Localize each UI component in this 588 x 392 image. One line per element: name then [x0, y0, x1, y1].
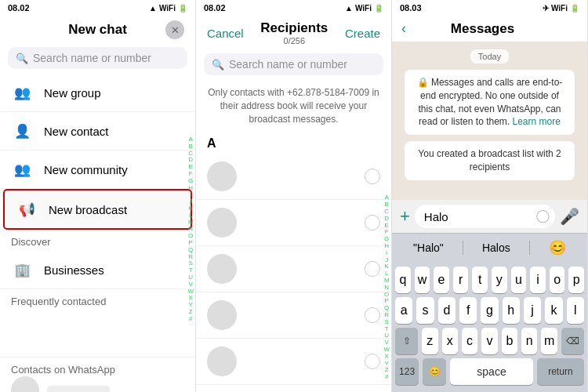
key-e[interactable]: e	[434, 267, 449, 293]
contact-avatar-2	[207, 208, 237, 238]
key-o[interactable]: o	[550, 267, 565, 293]
menu-item-new-broadcast[interactable]: 📢 New broadcast	[3, 189, 192, 230]
key-x[interactable]: x	[442, 328, 458, 354]
contact-checkbox-5[interactable]	[365, 354, 380, 369]
learn-more-link[interactable]: Learn more	[513, 116, 561, 127]
autocomplete-halos[interactable]: Halos	[474, 240, 518, 256]
contact-row-1[interactable]	[196, 154, 391, 200]
status-time-2: 08.02	[204, 3, 226, 13]
broadcast-created-bubble: You created a broadcast list with 2 reci…	[405, 141, 575, 180]
broadcast-icon: 📢	[16, 198, 38, 220]
close-button[interactable]: ✕	[165, 20, 184, 39]
recipients-title: Recipients	[260, 20, 328, 36]
search-icon: 🔍	[16, 53, 28, 64]
key-l[interactable]: l	[567, 297, 584, 324]
key-u[interactable]: u	[511, 267, 527, 293]
recipients-title-block: Recipients 0/256	[260, 20, 328, 45]
status-time-3: 08.03	[400, 3, 422, 13]
key-s[interactable]: s	[416, 297, 434, 324]
section-header-a: A	[196, 132, 391, 154]
contact-checkbox-3[interactable]	[365, 261, 380, 277]
menu-item-new-community[interactable]: 👥 New community	[0, 151, 195, 189]
menu-item-new-group[interactable]: 👥 New group	[0, 74, 195, 112]
input-bar: + Halo ⃝ 🎤	[392, 200, 587, 233]
broadcast-note: Only contacts with +62.878-5184-7009 in …	[207, 86, 380, 125]
key-p[interactable]: p	[568, 267, 584, 293]
space-key[interactable]: space	[450, 358, 532, 385]
key-r[interactable]: r	[453, 267, 469, 293]
menu-label-new-broadcast: New broadcast	[49, 203, 127, 216]
add-attachment-button[interactable]: +	[400, 206, 410, 227]
panel-messages: 08.03 ✈ WiFi 🔋 ‹ Messages Today 🔒 Messag…	[392, 0, 588, 392]
menu-item-businesses[interactable]: 🏢 Businesses	[0, 251, 195, 289]
numbers-key[interactable]: 123	[395, 358, 419, 385]
contacts-label: Contacts on WhatsApp	[0, 358, 195, 379]
key-n[interactable]: n	[521, 328, 537, 354]
contact-checkbox-4[interactable]	[365, 307, 380, 323]
contact-row-3[interactable]	[196, 246, 391, 292]
keyboard-row-2: a s d f g h j k l	[395, 297, 584, 324]
key-b[interactable]: b	[502, 328, 517, 354]
emoji-key[interactable]: 😊	[423, 358, 446, 385]
key-c[interactable]: c	[462, 328, 477, 354]
alpha-sidebar-2: A B C D E F G H I J K L M N O P Q R S T …	[383, 194, 390, 381]
status-icons-1: ▲ WiFi 🔋	[149, 4, 187, 13]
search-bar-2[interactable]: 🔍 Search name or number	[204, 53, 383, 75]
key-j[interactable]: j	[524, 297, 541, 324]
keyboard-row-3: ⇧ z x c v b n m ⌫	[395, 328, 584, 354]
search-placeholder-1: Search name or number	[33, 52, 151, 64]
community-icon: 👥	[11, 158, 33, 180]
contact-avatar-3	[207, 254, 237, 284]
backspace-key[interactable]: ⌫	[561, 328, 584, 354]
key-h[interactable]: h	[503, 297, 520, 324]
contact-avatar-5	[207, 347, 237, 376]
key-q[interactable]: q	[395, 267, 411, 293]
contact-avatar-1	[207, 162, 237, 191]
return-key[interactable]: return	[537, 358, 584, 385]
search-icon-2: 🔍	[212, 59, 224, 71]
contact-row-5[interactable]	[196, 339, 391, 385]
shift-key[interactable]: ⇧	[395, 328, 418, 354]
frequently-contacted-label: Frequently contacted	[0, 289, 195, 310]
keyboard-row-4: 123 😊 space return	[395, 358, 584, 385]
key-d[interactable]: d	[438, 297, 456, 324]
autocomplete-halo-quoted[interactable]: "Halo"	[405, 240, 452, 256]
cancel-button[interactable]: Cancel	[207, 27, 244, 40]
back-button[interactable]: ‹	[401, 20, 406, 37]
autocomplete-emoji[interactable]: 😊	[541, 238, 574, 258]
keyboard-row-1: q w e r t y u i o p	[395, 267, 584, 293]
key-t[interactable]: t	[472, 267, 488, 293]
status-bar-1: 08.02 ▲ WiFi 🔋	[0, 0, 195, 14]
create-button[interactable]: Create	[345, 27, 380, 40]
panel-recipients: 08.02 ▲ WiFi 🔋 Cancel Recipients 0/256 C…	[196, 0, 392, 392]
contact-row-4[interactable]	[196, 292, 391, 339]
menu-label-new-community: New community	[44, 163, 128, 176]
search-placeholder-2: Search name or number	[229, 58, 347, 71]
key-i[interactable]: i	[530, 267, 546, 293]
key-v[interactable]: v	[481, 328, 497, 354]
contact-row-2[interactable]	[196, 200, 391, 246]
key-g[interactable]: g	[481, 297, 498, 324]
key-f[interactable]: f	[459, 297, 477, 324]
menu-item-new-contact[interactable]: 👤 New contact	[0, 112, 195, 151]
mic-button[interactable]: 🎤	[560, 207, 579, 226]
key-k[interactable]: k	[545, 297, 562, 324]
menu-label-new-contact: New contact	[44, 125, 109, 138]
businesses-icon: 🏢	[11, 259, 33, 281]
key-a[interactable]: a	[395, 297, 412, 324]
key-z[interactable]: z	[422, 328, 437, 354]
key-m[interactable]: m	[541, 328, 557, 354]
key-w[interactable]: w	[415, 267, 430, 293]
key-y[interactable]: y	[492, 267, 507, 293]
status-icons-3: ✈ WiFi 🔋	[543, 4, 579, 13]
input-text: Halo	[424, 210, 448, 223]
contact-checkbox-2[interactable]	[365, 215, 380, 230]
status-bar-3: 08.03 ✈ WiFi 🔋	[392, 0, 587, 14]
menu-label-businesses: Businesses	[44, 263, 104, 277]
message-input[interactable]: Halo ⃝	[415, 205, 555, 228]
search-bar-1[interactable]: 🔍 Search name or number	[8, 47, 187, 69]
contact-checkbox-1[interactable]	[365, 169, 380, 184]
keyboard: q w e r t y u i o p a s d f g h j k l ⇧ …	[392, 262, 587, 392]
contact-icon: 👤	[11, 120, 33, 142]
panel-new-chat: 08.02 ▲ WiFi 🔋 New chat ✕ 🔍 Search name …	[0, 0, 196, 392]
